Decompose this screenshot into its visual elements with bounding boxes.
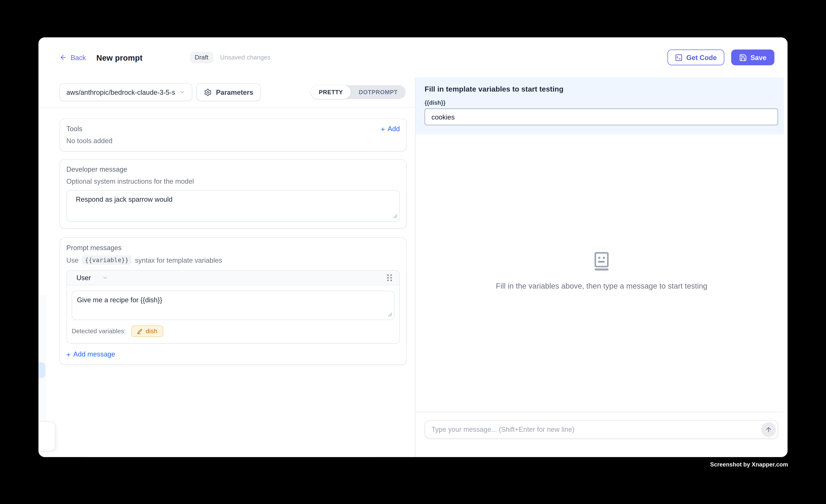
- view-toggle: PRETTY DOTPROMPT: [311, 85, 406, 99]
- variable-value-input[interactable]: [425, 109, 778, 125]
- chevron-down-icon: [179, 89, 185, 95]
- add-message-button[interactable]: + Add message: [66, 350, 115, 358]
- prompt-message-block: User Give me a recipe for {{dish}}: [66, 270, 400, 344]
- message-role-value: User: [76, 274, 91, 281]
- header-actions: Get Code Save: [667, 50, 774, 65]
- arrow-left-icon: [60, 54, 67, 61]
- arrow-up-icon: [765, 426, 772, 433]
- back-button[interactable]: Back: [60, 54, 86, 61]
- detected-variables-label: Detected variables:: [72, 327, 126, 335]
- message-header: User: [67, 270, 399, 286]
- add-tool-label: Add: [388, 125, 400, 133]
- developer-message-card: Developer message Optional system instru…: [60, 159, 407, 228]
- prompt-messages-subtitle: Use {{variable}} syntax for template var…: [66, 255, 400, 265]
- tools-card-title: Tools: [66, 125, 82, 133]
- screenshot-stage: Back New prompt Draft Unsaved changes Ge…: [0, 0, 826, 504]
- status-group: Draft Unsaved changes: [190, 52, 271, 63]
- get-code-button[interactable]: Get Code: [667, 50, 724, 65]
- chat-footer: [416, 412, 784, 457]
- app-body: aws/anthropic/bedrock-claude-3-5-s... Pa…: [39, 77, 787, 457]
- variable-syntax-chip: {{variable}}: [82, 255, 132, 265]
- developer-message-subtitle: Optional system instructions for the mod…: [66, 178, 400, 185]
- tools-card: Tools + Add No tools added: [60, 118, 407, 151]
- model-selector[interactable]: aws/anthropic/bedrock-claude-3-5-s...: [60, 83, 192, 101]
- chevron-down-icon: [103, 275, 108, 281]
- toggle-option-dotprompt[interactable]: DOTPROMPT: [351, 85, 406, 99]
- plus-icon: +: [381, 125, 385, 132]
- sidebar-edge-strip: [39, 295, 47, 421]
- parameters-button[interactable]: Parameters: [196, 83, 261, 101]
- save-icon: [739, 54, 747, 61]
- pencil-icon: [137, 328, 143, 334]
- chat-area: Fill in the variables above, then type a…: [416, 134, 787, 412]
- drag-handle-icon[interactable]: [387, 274, 392, 281]
- message-body: Give me a recipe for {{dish}} Detected v…: [67, 286, 399, 343]
- tools-empty-text: No tools added: [66, 137, 400, 145]
- resize-handle-icon[interactable]: [393, 214, 398, 218]
- model-selector-value: aws/anthropic/bedrock-claude-3-5-s...: [66, 88, 175, 96]
- prompt-messages-card: Prompt messages Use {{variable}} syntax …: [60, 238, 407, 365]
- status-badge: Draft: [190, 52, 213, 63]
- gear-icon: [204, 88, 212, 96]
- parameters-label: Parameters: [216, 88, 253, 96]
- variable-name-label: {{dish}}: [425, 100, 778, 106]
- save-button[interactable]: Save: [731, 50, 774, 65]
- editor-scroll-area: Tools + Add No tools added Developer mes…: [39, 107, 415, 457]
- toggle-option-pretty[interactable]: PRETTY: [311, 85, 351, 99]
- variables-section-title: Fill in template variables to start test…: [425, 85, 778, 93]
- developer-message-textarea[interactable]: Respond as jack sparrow would: [66, 190, 400, 222]
- editor-column: aws/anthropic/bedrock-claude-3-5-s... Pa…: [39, 77, 415, 457]
- plus-icon: +: [66, 350, 71, 358]
- variable-badge-label: dish: [146, 327, 158, 335]
- subtitle-suffix: syntax for template variables: [135, 256, 222, 264]
- get-code-label: Get Code: [686, 54, 717, 61]
- message-content-textarea[interactable]: Give me a recipe for {{dish}}: [72, 291, 395, 320]
- chat-message-input[interactable]: [425, 420, 778, 439]
- template-variables-section: Fill in template variables to start test…: [416, 77, 784, 134]
- test-panel: Fill in template variables to start test…: [415, 77, 787, 457]
- sidebar-active-item-peek: [39, 362, 45, 378]
- back-label: Back: [71, 54, 86, 61]
- message-role-select[interactable]: User: [76, 274, 108, 281]
- subtitle-prefix: Use: [66, 256, 79, 264]
- resize-handle-icon[interactable]: [388, 312, 392, 317]
- variable-badge-dish[interactable]: dish: [131, 325, 163, 337]
- chat-empty-state-text: Fill in the variables above, then type a…: [496, 281, 707, 290]
- prompt-editor-window: Back New prompt Draft Unsaved changes Ge…: [39, 37, 787, 457]
- bot-face-icon: [592, 251, 611, 271]
- page-title: New prompt: [96, 53, 142, 62]
- editor-toolbar: aws/anthropic/bedrock-claude-3-5-s... Pa…: [39, 77, 415, 107]
- developer-message-title: Developer message: [66, 165, 400, 173]
- add-message-label: Add message: [73, 350, 115, 358]
- save-label: Save: [751, 54, 766, 61]
- detected-variables-row: Detected variables: dish: [72, 320, 395, 340]
- header: Back New prompt Draft Unsaved changes Ge…: [39, 37, 787, 77]
- unsaved-changes-text: Unsaved changes: [220, 54, 271, 61]
- add-tool-button[interactable]: + Add: [381, 125, 400, 133]
- prompt-messages-title: Prompt messages: [66, 244, 400, 252]
- floating-panel-peek: [39, 421, 55, 451]
- send-message-button[interactable]: [761, 422, 776, 437]
- terminal-icon: [675, 54, 683, 61]
- watermark-text: Screenshot by Xnapper.com: [710, 461, 788, 467]
